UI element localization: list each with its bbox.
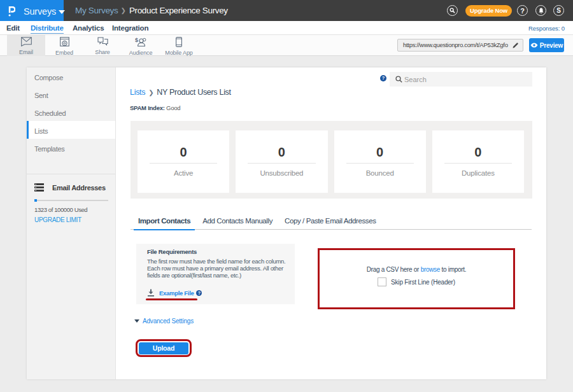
svg-text:$: $ bbox=[135, 37, 138, 43]
